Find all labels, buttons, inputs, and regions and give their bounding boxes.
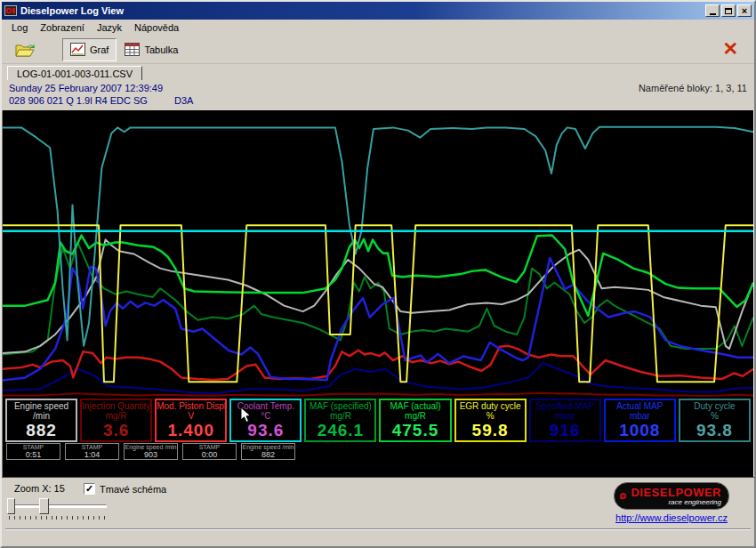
chart-canvas <box>3 110 753 398</box>
maximize-icon <box>725 8 732 14</box>
zoom-x-label: Zoom X: 15 <box>14 483 65 494</box>
menu-item-napoveda[interactable]: Nápověda <box>128 20 185 35</box>
gauge-engine-speed[interactable]: Engine speed/min882 <box>5 399 77 442</box>
gauge-egr-duty-cycle[interactable]: EGR duty cycle%59.8 <box>454 399 527 442</box>
window-title: Dieselpower Log View <box>20 5 705 16</box>
open-file-button[interactable] <box>7 38 43 61</box>
gauge-coolant-temp[interactable]: Coolant Temp.°C93.6 <box>229 399 302 442</box>
graf-icon <box>70 43 85 56</box>
log-display-area: Engine speed/min882 Injection Quantitymg… <box>2 110 754 477</box>
app-window: Dieselpower Log View × Log Zobrazení Jaz… <box>0 0 756 548</box>
gauge-maf-specified[interactable]: MAF (specified)mg/R246.1 <box>304 399 376 442</box>
titlebar[interactable]: Dieselpower Log View × <box>2 2 754 20</box>
stamp-4[interactable]: STAMP0:00 <box>182 443 237 460</box>
close-icon: × <box>742 6 747 15</box>
stamp-5[interactable]: Engine speed /min882 <box>241 443 295 460</box>
dark-scheme-checkbox[interactable]: ✓ <box>84 483 95 495</box>
minimize-button[interactable] <box>705 4 720 17</box>
stamp-row: STAMP0:51 STAMP1:04 Engine speed /min903… <box>3 442 753 460</box>
graf-button-label: Graf <box>90 44 109 55</box>
chart-area[interactable] <box>3 110 753 398</box>
folder-open-icon <box>15 42 35 58</box>
minimize-icon <box>710 13 716 15</box>
logo-subtitle: race engineering <box>631 498 721 506</box>
gauge-specified-map[interactable]: Specified MAPmbar916 <box>529 399 601 442</box>
slider-thumb[interactable] <box>39 498 49 514</box>
stamp-2[interactable]: STAMP1:04 <box>65 443 119 460</box>
slider-track <box>7 504 107 508</box>
zoom-x-slider[interactable] <box>7 497 107 520</box>
close-log-button[interactable]: ✕ <box>722 38 738 60</box>
brand-block: DIESELPOWER race engineering http://www.… <box>614 482 729 523</box>
menu-item-jazyk[interactable]: Jazyk <box>91 20 128 35</box>
dieselpower-logo: DIESELPOWER race engineering <box>614 482 729 510</box>
series-injection-quantity <box>3 393 753 396</box>
close-button[interactable]: × <box>737 4 752 17</box>
tabulka-tab-button[interactable]: Tabulka <box>117 38 186 61</box>
ecu-id: 028 906 021 Q 1.9l R4 EDC SG <box>9 95 148 106</box>
website-link[interactable]: http://www.dieselpower.cz <box>614 512 729 523</box>
gauge-maf-actual[interactable]: MAF (actual)mg/R475.5 <box>379 399 451 442</box>
toolbar: Graf Tabulka ✕ <box>2 36 754 64</box>
ecu-variant: D3A <box>174 95 193 106</box>
footer: Zoom X: 15 ✓ Tmavé schéma DIESELPOWER <box>2 477 754 546</box>
turbo-icon <box>619 486 627 507</box>
gauge-duty-cycle[interactable]: Duty cycle%93.8 <box>679 399 751 442</box>
menubar: Log Zobrazení Jazyk Nápověda <box>2 20 754 36</box>
tabulka-icon <box>125 43 140 56</box>
footer-divider <box>5 528 751 530</box>
slider-left-end <box>7 498 15 514</box>
slider-ticks <box>9 516 105 520</box>
dark-scheme-option: ✓ Tmavé schéma <box>84 483 166 495</box>
measured-blocks: Naměřené bloky: 1, 3, 11 <box>639 82 747 110</box>
app-icon <box>4 4 17 17</box>
maximize-button[interactable] <box>721 4 736 17</box>
close-log-icon: ✕ <box>722 38 738 59</box>
file-tab[interactable]: LOG-01-001-003-011.CSV <box>7 66 142 80</box>
menu-item-log[interactable]: Log <box>5 20 34 35</box>
menu-item-zobrazeni[interactable]: Zobrazení <box>34 20 91 35</box>
logo-title: DIESELPOWER <box>631 487 721 498</box>
stamp-3[interactable]: Engine speed /min903 <box>124 443 178 460</box>
gauge-row: Engine speed/min882 Injection Quantitymg… <box>3 398 753 442</box>
log-datetime: Sunday 25 February 2007 12:39:49 <box>9 82 193 94</box>
graf-tab-button[interactable]: Graf <box>62 38 117 61</box>
gauge-mod-piston-displ[interactable]: Mod. Piston Displ.V1.400 <box>155 399 227 442</box>
dark-scheme-label: Tmavé schéma <box>100 484 166 495</box>
series-specified-map <box>3 363 753 393</box>
tabstrip: LOG-01-001-003-011.CSV <box>2 64 754 80</box>
gauge-actual-map[interactable]: Actual MAPmbar1008 <box>604 399 676 442</box>
stamp-1[interactable]: STAMP0:51 <box>6 443 60 460</box>
tabulka-button-label: Tabulka <box>144 44 178 55</box>
gauge-injection-quantity[interactable]: Injection Quantitymg/R3.6 <box>80 399 152 442</box>
infobar: Sunday 25 February 2007 12:39:49 028 906… <box>2 80 754 110</box>
